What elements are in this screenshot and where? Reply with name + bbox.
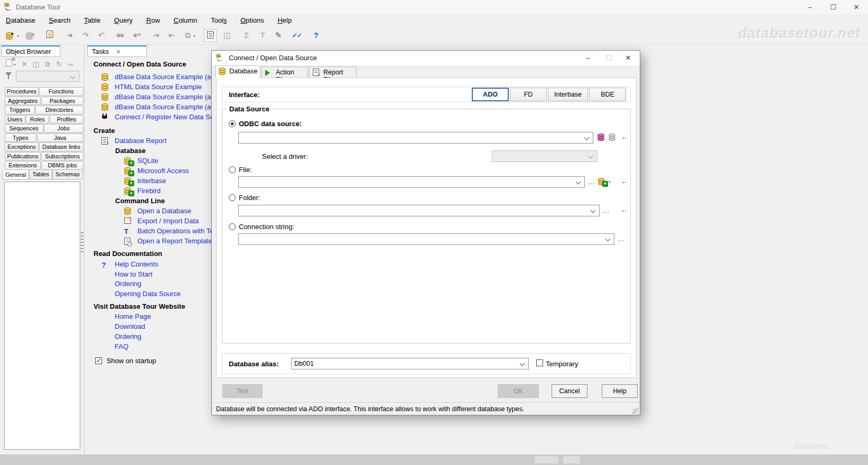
resize-grip[interactable] [632,408,639,414]
file-create-icon[interactable] [598,178,606,185]
category-types[interactable]: Types [5,134,36,143]
list-item[interactable]: dBase Data Source Example (ado-odbc) [101,93,216,102]
list-item[interactable]: Home Page [115,312,151,322]
category-java[interactable]: Java [37,134,83,143]
category-functions[interactable]: Functions [39,87,83,96]
category-aggregates[interactable]: Aggregates [5,97,41,106]
temporary-checkbox[interactable] [536,359,543,366]
file-browse-icon[interactable]: ... [588,178,595,186]
interface-ado-button[interactable]: ADO [472,88,509,101]
category-dbms-jobs[interactable]: DBMS jobs [41,161,83,170]
file-combobox[interactable] [238,176,585,188]
panel-splitter[interactable] [81,232,83,253]
category-profiles[interactable]: Profiles [50,115,83,124]
menu-search[interactable]: Search [43,14,76,27]
menu-options[interactable]: Options [235,14,270,27]
odbc-source-combobox[interactable] [238,132,593,144]
odbc-admin-icon[interactable] [598,134,605,141]
list-item[interactable]: Opening Data Source [115,290,181,299]
folder-combobox[interactable] [238,205,600,216]
execute-icon[interactable]: ➜ [63,29,76,42]
sql-query-icon[interactable]: ⚡ [43,29,56,42]
filter-combobox[interactable] [16,71,79,82]
list-item[interactable]: Microsoft Access [124,167,189,176]
tab-report-file[interactable]: Report File [309,67,357,78]
tab-tables[interactable]: Tables [29,170,52,179]
list-item[interactable]: Open a Database [124,207,191,216]
tab-action-file[interactable]: Action File [262,67,308,78]
category-packages[interactable]: Packages [41,97,83,106]
new-object-dropdown-icon[interactable]: ▾ [14,62,16,67]
open-database-dropdown-icon[interactable]: ▾ [17,34,19,39]
dialog-maximize-button[interactable]: ☐ [600,51,619,65]
database-alias-combobox[interactable]: Db001 [291,358,529,369]
category-jobs[interactable]: Jobs [44,124,83,133]
open-database-icon[interactable] [3,29,16,42]
category-database-links[interactable]: Database links [39,143,83,151]
redo-icon[interactable]: ↷ [79,29,92,42]
interface-fd-button[interactable]: FD [510,88,547,101]
design-icon[interactable]: ✎ [272,29,285,42]
file-radio[interactable] [229,166,236,173]
list-item[interactable]: ?Help Contents [101,260,158,270]
list-item[interactable]: Connect / Register New Data Source... [101,113,216,122]
menu-database[interactable]: Database [0,14,41,27]
copy-dropdown-icon[interactable]: ▾ [193,34,195,39]
tab-object-browser[interactable]: Object Browser ✕ [1,45,60,57]
menu-help[interactable]: Help [272,14,297,27]
sum-icon[interactable]: Σ [240,29,253,42]
folder-browse-icon[interactable]: ... [603,207,610,214]
list-item[interactable]: dBase Data Source Example (ado-jet) [101,73,216,82]
category-sequences[interactable]: Sequences [5,124,43,133]
ok-button[interactable]: OK [498,384,539,398]
driver-combobox[interactable] [492,150,598,162]
connection-string-radio[interactable] [229,223,236,230]
text-icon[interactable]: T [256,29,269,42]
category-exceptions[interactable]: Exceptions [5,143,39,151]
list-item[interactable]: HTML Data Source Example [101,83,202,92]
menu-query[interactable]: Query [108,14,138,27]
odbc-sources-icon[interactable] [609,134,617,141]
tab-tasks[interactable]: Tasks ✕ [87,45,147,57]
close-tasks-icon[interactable]: ✕ [116,49,120,55]
tab-database[interactable]: Database [215,65,260,78]
dialog-minimize-button[interactable]: – [578,51,598,65]
assign-file-icon[interactable]: ← [621,177,628,185]
category-roles[interactable]: Roles [26,115,49,124]
list-item[interactable]: SQLite [124,157,158,166]
list-item[interactable]: dBase Data Source Example (ado-direct [101,103,216,112]
replace-icon[interactable]: ◉ᴬᴮ [130,29,143,42]
folder-radio[interactable] [229,194,236,201]
copy-icon[interactable]: ⧉ [181,29,194,42]
menu-table[interactable]: Table [78,14,106,27]
test-button[interactable]: Test [222,384,263,398]
show-on-startup-checkbox[interactable] [95,357,102,364]
assign-odbc-icon[interactable]: ← [621,133,628,141]
menu-row[interactable]: Row [141,14,166,27]
tab-schemas[interactable]: Schemas [52,170,83,179]
print-preview-icon[interactable]: ◫ [221,29,234,42]
check-data-icon[interactable]: ✓✓ [291,29,303,42]
category-procedures[interactable]: Procedures [5,87,39,96]
category-extensions[interactable]: Extensions [5,161,41,170]
list-item[interactable]: Export / Import Data [124,217,199,226]
interface-bde-button[interactable]: BDE [589,88,626,101]
import-icon[interactable]: ⇥ [150,29,162,42]
menu-column[interactable]: Column [168,14,203,27]
cancel-button[interactable]: Cancel [552,384,587,398]
list-item[interactable]: Interbase [124,177,166,186]
connection-string-build-icon[interactable]: ... [618,235,624,243]
help-icon[interactable]: ? [310,29,322,42]
minimize-button[interactable]: – [798,0,822,14]
category-users[interactable]: Users [5,115,25,124]
tab-general[interactable]: General [2,170,29,179]
odbc-radio[interactable] [229,120,236,127]
list-item[interactable]: Ordering [115,280,142,289]
list-item[interactable]: Firebird [124,187,161,196]
close-database-icon[interactable] [23,29,36,42]
category-subscriptions[interactable]: Subscriptions [41,152,83,161]
close-button[interactable]: ✕ [845,0,868,14]
list-item[interactable]: Download [115,322,145,332]
interface-interbase-button[interactable]: Interbase [548,88,588,101]
object-list[interactable] [4,182,80,450]
